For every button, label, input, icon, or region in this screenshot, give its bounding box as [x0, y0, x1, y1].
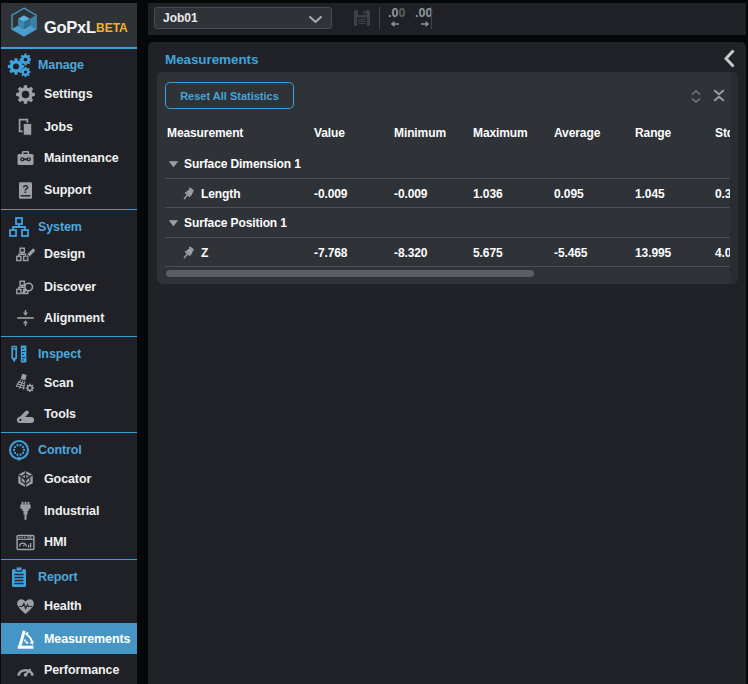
svg-text:?: ? [22, 182, 28, 194]
